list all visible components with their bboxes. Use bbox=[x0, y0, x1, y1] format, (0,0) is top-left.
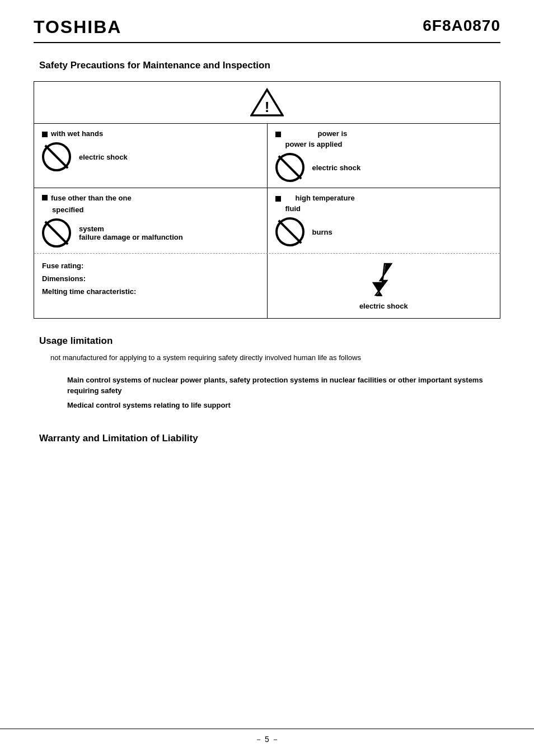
power-applied-text: power is applied bbox=[285, 140, 343, 148]
bullet-temp bbox=[275, 196, 281, 202]
no-symbol-fuse bbox=[42, 218, 71, 248]
warning-row-2: fuse other than the one specified system… bbox=[34, 188, 500, 254]
toshiba-logo: TOSHIBA bbox=[34, 17, 121, 38]
fuse-rating-label: Fuse rating: bbox=[42, 262, 259, 270]
power-label: electric shock bbox=[312, 164, 361, 172]
usage-text-main: not manufactured for applying to a syste… bbox=[50, 352, 500, 363]
warning-table: ! with wet hands electric shock bbox=[34, 81, 500, 319]
cell-high-temp: high temperature fluid burns bbox=[268, 188, 500, 253]
fuse-failure-label: failure damage or malfunction bbox=[79, 233, 183, 241]
no-symbol-wet-hands bbox=[42, 142, 71, 171]
warning-table-header: ! bbox=[34, 82, 500, 124]
cell-lightning: electric shock bbox=[268, 254, 500, 318]
fuse-specified: specified bbox=[52, 206, 83, 214]
warning-row-3: Fuse rating: Dimensions: Melting time ch… bbox=[34, 254, 500, 318]
page-separator-right: － bbox=[271, 735, 279, 744]
dimensions-label: Dimensions: bbox=[42, 274, 259, 283]
temp-fluid-text: fluid bbox=[285, 204, 301, 213]
power-header-part2: power is bbox=[318, 129, 348, 138]
no-symbol-power bbox=[275, 153, 305, 182]
cell-power-applied: power is power is applied electric shock bbox=[268, 124, 500, 188]
bullet-wet-hands bbox=[42, 132, 48, 137]
warning-row-1: with wet hands electric shock power is p… bbox=[34, 124, 500, 188]
usage-item-1-text: Main control systems of nuclear power pl… bbox=[67, 376, 483, 395]
melting-label: Melting time characteristic: bbox=[42, 287, 259, 296]
doc-number: 6F8A0870 bbox=[423, 17, 500, 35]
usage-item-2: Medical control systems relating to life… bbox=[67, 400, 500, 411]
usage-item-1: Main control systems of nuclear power pl… bbox=[67, 375, 500, 396]
temp-burns-label: burns bbox=[312, 228, 332, 236]
page: TOSHIBA 6F8A0870 Safety Precautions for … bbox=[0, 0, 534, 756]
usage-text-span: not manufactured for applying to a syste… bbox=[50, 353, 361, 362]
usage-section: Usage limitation not manufactured for ap… bbox=[34, 335, 500, 410]
warning-triangle-icon: ! bbox=[250, 87, 284, 118]
lightning-label: electric shock bbox=[359, 302, 408, 310]
no-symbol-temp bbox=[275, 217, 305, 246]
svg-marker-3 bbox=[373, 263, 392, 296]
usage-title: Usage limitation bbox=[39, 335, 500, 347]
wet-hands-header: with wet hands bbox=[51, 129, 103, 138]
footer: － 5 － bbox=[0, 729, 534, 745]
warranty-title: Warranty and Limitation of Liability bbox=[39, 433, 500, 444]
cell-fuse: fuse other than the one specified system… bbox=[34, 188, 268, 253]
wet-hands-label: electric shock bbox=[79, 153, 128, 161]
fuse-header: fuse other than the one bbox=[51, 194, 132, 202]
fuse-system-label: system bbox=[79, 225, 183, 233]
warranty-section: Warranty and Limitation of Liability bbox=[34, 433, 500, 444]
cell-fuse-info: Fuse rating: Dimensions: Melting time ch… bbox=[34, 254, 268, 318]
page-separator-left: － bbox=[255, 735, 263, 744]
usage-item-2-text: Medical control systems relating to life… bbox=[67, 401, 231, 409]
safety-section-title: Safety Precautions for Maintenance and I… bbox=[39, 60, 500, 71]
bullet-fuse bbox=[42, 195, 48, 200]
header: TOSHIBA 6F8A0870 bbox=[34, 17, 500, 43]
svg-text:!: ! bbox=[265, 99, 270, 115]
temp-header-text: high temperature bbox=[296, 194, 355, 202]
cell-wet-hands: with wet hands electric shock bbox=[34, 124, 268, 188]
page-number: 5 bbox=[265, 735, 269, 744]
lightning-icon bbox=[366, 262, 401, 297]
bullet-power bbox=[275, 132, 281, 137]
